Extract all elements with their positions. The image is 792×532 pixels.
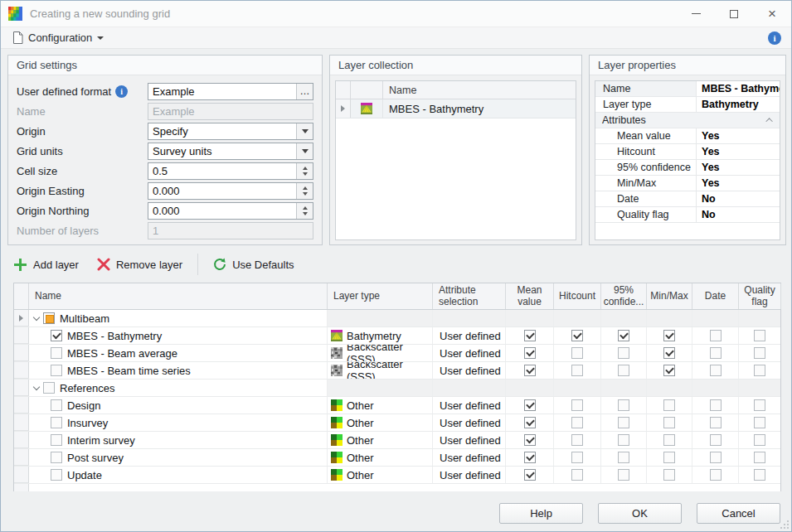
attribute-checkbox[interactable] (618, 347, 629, 359)
attribute-checkbox[interactable] (571, 417, 583, 428)
attribute-checkbox[interactable] (618, 365, 629, 376)
column-header[interactable]: Hitcount (554, 283, 601, 309)
expand-chevron-icon[interactable] (32, 314, 41, 322)
attribute-value[interactable]: No (697, 207, 780, 222)
group-checkbox[interactable] (43, 382, 55, 394)
add-layer-button[interactable]: Add layer (7, 254, 85, 275)
layer-checkbox[interactable] (51, 417, 62, 428)
ok-button[interactable]: OK (598, 503, 682, 524)
attribute-selection-cell[interactable]: User defined (433, 414, 506, 431)
info-icon[interactable]: i (115, 85, 128, 98)
attribute-selection-cell[interactable]: User defined (433, 432, 506, 448)
table-row[interactable]: Post survey OtherUser defined (14, 449, 780, 467)
attribute-selection-cell[interactable]: User defined (433, 449, 506, 466)
attribute-checkbox[interactable] (571, 399, 583, 411)
field-input[interactable]: 0.000 (148, 182, 313, 200)
attribute-value[interactable]: Yes (697, 144, 780, 159)
attribute-checkbox[interactable] (524, 347, 536, 359)
attribute-selection-cell[interactable]: User defined (433, 327, 506, 344)
attribute-checkbox[interactable] (710, 330, 722, 341)
column-header[interactable]: Min/Max (647, 283, 692, 309)
column-header[interactable]: Mean value (506, 283, 554, 309)
table-row[interactable]: Insurvey OtherUser defined (14, 414, 780, 432)
table-row[interactable]: Update OtherUser defined (14, 467, 780, 484)
group-checkbox[interactable] (43, 312, 55, 324)
attribute-checkbox[interactable] (524, 330, 536, 341)
info-icon[interactable]: i (768, 31, 781, 45)
attribute-checkbox[interactable] (710, 365, 722, 376)
attribute-checkbox[interactable] (710, 347, 722, 359)
attributes-category-row[interactable]: Attributes (595, 113, 780, 128)
attribute-checkbox[interactable] (663, 434, 675, 446)
table-row[interactable]: Multibeam (14, 310, 780, 327)
resize-grip[interactable] (780, 520, 789, 529)
attribute-checkbox[interactable] (524, 452, 536, 463)
attribute-checkbox[interactable] (754, 417, 765, 428)
attribute-checkbox[interactable] (754, 469, 765, 481)
spinner-buttons[interactable] (296, 183, 313, 199)
attribute-checkbox[interactable] (710, 417, 722, 428)
layer-collection-row[interactable]: MBES - Bathymetry (336, 99, 576, 118)
field-input[interactable]: Example… (148, 83, 313, 100)
cancel-button[interactable]: Cancel (697, 503, 780, 524)
attribute-checkbox[interactable] (571, 347, 583, 359)
field-input[interactable]: 0.5 (148, 162, 313, 180)
attribute-checkbox[interactable] (618, 452, 629, 463)
table-row[interactable]: MBES - Beam time series Backscatter (SSS… (14, 362, 780, 380)
spinner-buttons[interactable] (296, 203, 313, 219)
attribute-value[interactable]: Yes (697, 176, 780, 191)
attribute-selection-cell[interactable]: User defined (433, 467, 506, 483)
layer-checkbox[interactable] (51, 365, 62, 376)
attribute-checkbox[interactable] (524, 469, 536, 481)
table-row[interactable]: Design OtherUser defined (14, 397, 780, 414)
maximize-button[interactable] (715, 1, 753, 27)
field-input[interactable]: Survey units (148, 143, 313, 160)
attribute-checkbox[interactable] (710, 469, 722, 481)
attribute-checkbox[interactable] (618, 417, 629, 428)
attribute-checkbox[interactable] (571, 469, 583, 481)
attribute-checkbox[interactable] (663, 417, 675, 428)
attribute-checkbox[interactable] (754, 452, 765, 463)
ellipsis-button[interactable]: … (296, 84, 313, 99)
attribute-checkbox[interactable] (710, 434, 722, 446)
column-header[interactable]: 95% confide... (601, 283, 647, 309)
attribute-checkbox[interactable] (710, 452, 722, 463)
attribute-checkbox[interactable] (524, 417, 536, 428)
close-button[interactable]: × (753, 1, 791, 27)
attribute-checkbox[interactable] (754, 365, 765, 376)
field-input[interactable]: 0.000 (148, 202, 313, 220)
layer-checkbox[interactable] (51, 469, 62, 481)
attribute-checkbox[interactable] (618, 434, 629, 446)
attribute-checkbox[interactable] (754, 434, 765, 446)
attribute-checkbox[interactable] (571, 330, 583, 341)
use-defaults-button[interactable]: Use Defaults (207, 254, 299, 274)
layer-checkbox[interactable] (51, 399, 62, 411)
attribute-checkbox[interactable] (663, 365, 675, 376)
attribute-checkbox[interactable] (754, 330, 765, 341)
attribute-checkbox[interactable] (663, 330, 675, 341)
attribute-value[interactable]: No (697, 191, 780, 206)
table-row[interactable]: MBES - Bathymetry BathymetryUser defined (14, 327, 780, 345)
attribute-checkbox[interactable] (524, 365, 536, 376)
help-button[interactable]: Help (499, 503, 583, 524)
attribute-checkbox[interactable] (571, 365, 583, 376)
column-header[interactable]: Layer type (328, 283, 433, 309)
collapse-chevron-icon[interactable] (765, 118, 772, 124)
attribute-selection-cell[interactable]: User defined (433, 362, 506, 379)
spinner-buttons[interactable] (296, 163, 313, 179)
dropdown-button[interactable] (296, 123, 313, 139)
attribute-checkbox[interactable] (524, 434, 536, 446)
attribute-checkbox[interactable] (618, 469, 629, 481)
column-header[interactable]: Quality flag (739, 283, 781, 309)
attribute-checkbox[interactable] (524, 399, 536, 411)
layer-checkbox[interactable] (51, 347, 62, 359)
table-row[interactable]: MBES - Beam average Backscatter (SSS)Use… (14, 345, 780, 362)
field-input[interactable]: Specify (148, 123, 313, 140)
attribute-checkbox[interactable] (710, 399, 722, 411)
expand-chevron-icon[interactable] (32, 384, 41, 392)
layer-checkbox[interactable] (51, 452, 62, 463)
attribute-checkbox[interactable] (663, 347, 675, 359)
column-header[interactable]: Name (29, 283, 328, 309)
table-row[interactable]: References (14, 380, 780, 397)
remove-layer-button[interactable]: Remove layer (91, 254, 188, 274)
